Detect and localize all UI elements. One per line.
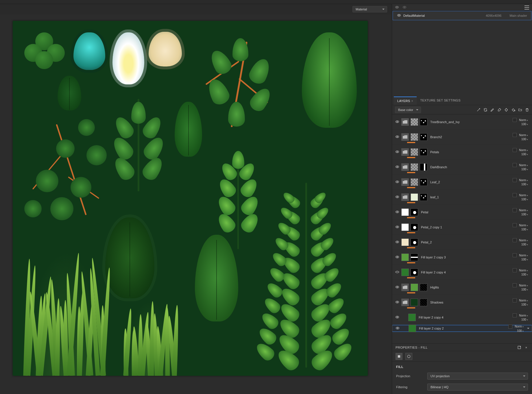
layer-row[interactable]: Fill layer 2 copy 4Norm100 bbox=[392, 265, 532, 280]
blend-mode-dropdown[interactable]: Norm bbox=[519, 314, 528, 317]
opacity-dropdown[interactable]: 100 bbox=[521, 123, 528, 126]
viewport-3d[interactable]: /*pairs drawn below*/ bbox=[0, 14, 392, 394]
eye-icon[interactable] bbox=[395, 195, 400, 199]
tab-layers[interactable]: LAYERS× bbox=[394, 97, 417, 105]
layer-toggle-checkbox[interactable] bbox=[513, 118, 517, 122]
eye-icon[interactable] bbox=[395, 180, 400, 184]
layers-list[interactable]: TreeBranch_and_IvyNorm100Branch2Norm100P… bbox=[392, 114, 532, 343]
layer-row[interactable]: Petal_2Norm100 bbox=[392, 235, 532, 250]
viewport-mode-dropdown[interactable]: Material bbox=[352, 6, 387, 12]
material-tab-icon[interactable] bbox=[405, 353, 412, 360]
opacity-dropdown[interactable]: 100 bbox=[521, 303, 528, 306]
layer-toggle-checkbox[interactable] bbox=[513, 268, 517, 272]
eye-icon[interactable] bbox=[395, 315, 400, 320]
eye-icon[interactable] bbox=[395, 240, 400, 245]
eye-icon[interactable] bbox=[395, 270, 400, 275]
layer-toggle-checkbox[interactable] bbox=[513, 193, 517, 197]
layer-toggle-checkbox[interactable] bbox=[513, 283, 517, 287]
pen-icon[interactable] bbox=[490, 108, 494, 112]
opacity-dropdown[interactable]: 100 bbox=[521, 168, 528, 171]
bucket-icon[interactable] bbox=[511, 108, 515, 112]
panel-menu-icon[interactable] bbox=[524, 5, 529, 10]
folder-icon[interactable] bbox=[518, 108, 522, 112]
layer-row[interactable]: TreeBranch_and_IvyNorm100 bbox=[392, 114, 532, 130]
layer-row[interactable]: ShadowsNorm100 bbox=[392, 295, 532, 310]
texture-canvas[interactable]: /*pairs drawn below*/ bbox=[13, 21, 368, 376]
visibility-toggle-icon[interactable] bbox=[395, 5, 399, 10]
layer-row[interactable]: Leaf_2Norm100 bbox=[392, 175, 532, 190]
eye-icon[interactable] bbox=[395, 326, 400, 331]
layer-toggle-checkbox[interactable] bbox=[513, 178, 517, 182]
layer-row[interactable]: Branch2Norm100 bbox=[392, 130, 532, 145]
blend-mode-dropdown[interactable]: Norm bbox=[519, 134, 528, 137]
opacity-dropdown[interactable]: 100 bbox=[521, 258, 528, 261]
eye-icon[interactable] bbox=[395, 135, 400, 139]
layer-toggle-checkbox[interactable] bbox=[513, 253, 517, 257]
layer-toggle-checkbox[interactable] bbox=[513, 313, 517, 317]
layer-row[interactable]: Fill layer 2 copy 4Norm100 bbox=[392, 310, 532, 325]
opacity-dropdown[interactable]: 100 bbox=[521, 318, 528, 321]
opacity-dropdown[interactable]: 100 bbox=[521, 183, 528, 186]
eye-icon[interactable] bbox=[395, 300, 400, 305]
blend-mode-dropdown[interactable]: Norm bbox=[519, 119, 528, 122]
opacity-dropdown[interactable]: 100 bbox=[521, 273, 528, 276]
layer-toggle-checkbox[interactable] bbox=[513, 148, 517, 152]
blend-mode-dropdown[interactable]: Norm bbox=[519, 179, 528, 182]
blend-mode-dropdown[interactable]: Norm bbox=[519, 224, 528, 227]
blend-mode-dropdown[interactable]: Norm bbox=[519, 164, 528, 167]
layer-toggle-checkbox[interactable] bbox=[513, 208, 517, 212]
opacity-dropdown[interactable]: 100 bbox=[521, 138, 528, 141]
eye-icon[interactable] bbox=[395, 150, 400, 154]
eye-icon[interactable] bbox=[395, 165, 400, 169]
refresh-icon[interactable] bbox=[483, 108, 487, 112]
brush-icon[interactable] bbox=[497, 108, 501, 112]
layer-row[interactable]: DarkBranchNorm100 bbox=[392, 160, 532, 175]
blend-mode-dropdown[interactable]: Norm bbox=[519, 284, 528, 287]
blend-mode-dropdown[interactable]: Norm bbox=[519, 254, 528, 257]
diamond-icon[interactable] bbox=[504, 108, 508, 112]
fill-tab-icon[interactable] bbox=[396, 353, 402, 360]
magic-wand-icon[interactable] bbox=[476, 108, 481, 112]
opacity-dropdown[interactable]: 100 bbox=[521, 288, 528, 291]
layer-toggle-checkbox[interactable] bbox=[513, 133, 517, 137]
projection-select[interactable]: UV projection bbox=[427, 373, 528, 380]
layer-toggle-checkbox[interactable] bbox=[513, 238, 517, 242]
eye-icon[interactable] bbox=[395, 225, 400, 230]
layer-toggle-checkbox[interactable] bbox=[513, 163, 517, 167]
close-properties-icon[interactable]: × bbox=[524, 345, 529, 350]
layer-toggle-checkbox[interactable] bbox=[508, 325, 512, 329]
visibility-toggle-2-icon[interactable] bbox=[402, 5, 407, 10]
opacity-dropdown[interactable]: 100 bbox=[517, 329, 524, 332]
blend-mode-dropdown[interactable]: Norm bbox=[519, 194, 528, 197]
layer-row[interactable]: leaf_1Norm100 bbox=[392, 190, 532, 205]
close-icon[interactable]: × bbox=[411, 99, 413, 103]
opacity-dropdown[interactable]: 100 bbox=[521, 213, 528, 216]
opacity-dropdown[interactable]: 100 bbox=[521, 243, 528, 246]
trash-icon[interactable] bbox=[525, 108, 529, 112]
layer-row[interactable]: Fill layer 2 copy 3Norm100 bbox=[392, 250, 532, 265]
blend-mode-dropdown[interactable]: Norm bbox=[519, 149, 528, 152]
layer-row[interactable]: PetalsNorm100 bbox=[392, 145, 532, 160]
filtering-select[interactable]: Bilinear | HQ bbox=[427, 384, 528, 391]
eye-icon[interactable] bbox=[395, 285, 400, 290]
tab-texture-set-settings[interactable]: TEXTURE SET SETTINGS bbox=[417, 97, 464, 105]
blend-mode-dropdown[interactable]: Norm bbox=[519, 269, 528, 272]
layer-row[interactable]: Fill layer 2 copy 2Norm100 bbox=[392, 325, 532, 332]
popout-icon[interactable] bbox=[517, 345, 522, 350]
eye-icon[interactable] bbox=[397, 13, 401, 18]
channel-dropdown[interactable]: Base color bbox=[395, 107, 421, 113]
opacity-dropdown[interactable]: 100 bbox=[521, 198, 528, 201]
layer-toggle-checkbox[interactable] bbox=[513, 223, 517, 227]
blend-mode-dropdown[interactable]: Norm bbox=[519, 299, 528, 302]
texture-set-row[interactable]: DefaultMaterial 4096x4096 Main shader bbox=[393, 11, 531, 20]
blend-mode-dropdown[interactable]: Norm bbox=[515, 325, 524, 328]
opacity-dropdown[interactable]: 100 bbox=[521, 228, 528, 231]
layer-row[interactable]: PetalNorm100 bbox=[392, 205, 532, 220]
eye-icon[interactable] bbox=[395, 255, 400, 260]
blend-mode-dropdown[interactable]: Norm bbox=[519, 239, 528, 242]
opacity-dropdown[interactable]: 100 bbox=[521, 153, 528, 156]
layer-toggle-checkbox[interactable] bbox=[513, 298, 517, 302]
layer-row[interactable]: Petal_2 copy 1Norm100 bbox=[392, 220, 532, 235]
layer-row[interactable]: HiglitsNorm100 bbox=[392, 280, 532, 295]
blend-mode-dropdown[interactable]: Norm bbox=[519, 209, 528, 212]
